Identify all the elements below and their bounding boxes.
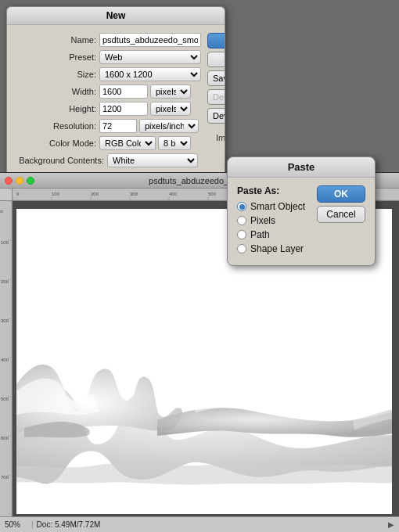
svg-text:700: 700 <box>1 475 9 480</box>
width-input[interactable] <box>99 84 148 99</box>
name-label: Name: <box>13 35 99 45</box>
paste-as-label: Paste As: <box>237 185 311 196</box>
status-arrow-icon[interactable]: ▶ <box>388 520 394 529</box>
new-dialog-titlebar: New <box>7 7 225 25</box>
radio-smart-object[interactable] <box>237 202 246 211</box>
image-size-value: 5.49M <box>207 142 225 152</box>
resolution-input[interactable] <box>99 119 137 133</box>
doc-size: Doc: 5.49M/7.72M <box>37 520 385 529</box>
save-preset-button[interactable]: Save Preset... <box>207 70 225 86</box>
svg-text:500: 500 <box>1 397 9 401</box>
svg-text:100: 100 <box>52 192 60 196</box>
smart-object-label: Smart Object <box>250 201 305 212</box>
new-dialog-title: New <box>106 10 126 21</box>
color-depth-select[interactable]: 8 bit <box>158 136 191 150</box>
preset-label: Preset: <box>13 52 99 62</box>
minimize-button[interactable] <box>16 177 23 185</box>
svg-text:400: 400 <box>1 358 9 362</box>
close-button[interactable] <box>5 177 13 185</box>
width-unit-select[interactable]: pixels <box>150 84 191 99</box>
svg-text:200: 200 <box>1 279 9 284</box>
paste-ok-button[interactable]: OK <box>317 185 365 203</box>
pixels-label: Pixels <box>250 215 275 226</box>
zoom-level: 50% <box>5 520 28 529</box>
bg-contents-select[interactable]: White <box>107 153 198 167</box>
desktop: New Name: Preset: Web Size: <box>0 0 399 532</box>
ps-statusbar: 50% | Doc: 5.49M/7.72M ▶ <box>0 516 399 532</box>
traffic-lights <box>5 177 34 185</box>
resolution-label: Resolution: <box>13 121 99 131</box>
svg-text:0: 0 <box>0 210 4 213</box>
name-input[interactable] <box>99 33 201 47</box>
color-mode-select[interactable]: RGB Color <box>99 136 156 150</box>
paste-option-smart-object[interactable]: Smart Object <box>237 201 311 212</box>
svg-text:400: 400 <box>169 192 178 196</box>
ruler-vertical: 0 100 200 300 400 500 600 700 <box>0 201 13 528</box>
height-unit-select[interactable]: pixels <box>150 102 191 116</box>
image-size-label: Image Size: <box>207 133 225 142</box>
svg-text:300: 300 <box>130 192 138 196</box>
radio-path[interactable] <box>237 230 246 239</box>
height-input[interactable] <box>99 102 148 116</box>
new-dialog: New Name: Preset: Web Size: <box>6 6 225 196</box>
ok-button[interactable]: OK <box>207 33 225 49</box>
device-central-button[interactable]: Device Central... <box>207 108 225 124</box>
size-select[interactable]: 1600 x 1200 <box>99 67 201 81</box>
radio-pixels[interactable] <box>237 216 246 225</box>
svg-text:200: 200 <box>91 192 99 196</box>
svg-text:0: 0 <box>16 192 20 196</box>
width-label: Width: <box>13 87 99 96</box>
svg-text:500: 500 <box>208 192 217 196</box>
paste-option-shape-layer[interactable]: Shape Layer <box>237 243 311 254</box>
paste-option-path[interactable]: Path <box>237 229 311 240</box>
svg-text:300: 300 <box>1 318 9 323</box>
path-label: Path <box>250 229 270 240</box>
height-label: Height: <box>13 104 99 113</box>
delete-preset-button[interactable]: Delete Preset... <box>207 89 225 105</box>
size-label: Size: <box>13 70 99 79</box>
zoom-button[interactable] <box>27 177 34 185</box>
resolution-unit-select[interactable]: pixels/inch <box>139 119 199 133</box>
paste-dialog: Paste Paste As: Smart Object Pixels <box>227 156 376 266</box>
bg-contents-label: Background Contents: <box>13 156 107 165</box>
shape-layer-label: Shape Layer <box>250 243 304 254</box>
radio-shape-layer[interactable] <box>237 244 246 253</box>
paste-cancel-button[interactable]: Cancel <box>317 206 365 223</box>
cancel-button[interactable]: Cancel <box>207 52 225 67</box>
color-mode-label: Color Mode: <box>13 138 99 148</box>
svg-text:600: 600 <box>1 436 9 440</box>
ruler-corner <box>0 189 13 201</box>
paste-option-pixels[interactable]: Pixels <box>237 215 311 226</box>
paste-dialog-title: Paste <box>288 161 315 173</box>
preset-select[interactable]: Web <box>99 50 201 64</box>
paste-dialog-titlebar: Paste <box>228 157 375 178</box>
svg-text:100: 100 <box>1 240 9 245</box>
